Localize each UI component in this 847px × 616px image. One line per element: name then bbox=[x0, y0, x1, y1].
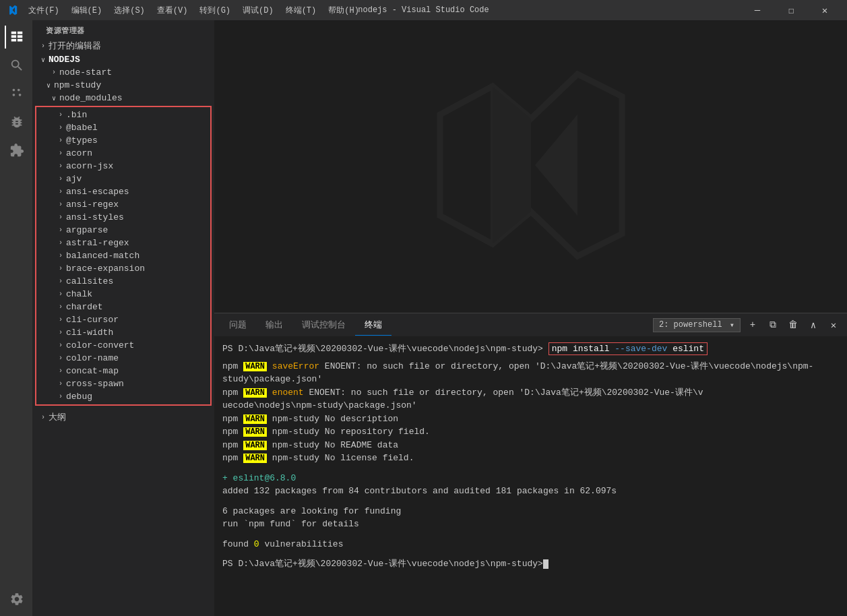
chevron-right-icon: › bbox=[55, 316, 66, 324]
bin-item[interactable]: › .bin bbox=[36, 109, 210, 121]
color-name-item[interactable]: › color-name bbox=[36, 352, 210, 365]
babel-item[interactable]: › @babel bbox=[36, 121, 210, 134]
chevron-right-icon: › bbox=[55, 265, 66, 272]
ajv-item[interactable]: › ajv bbox=[36, 173, 210, 185]
maximize-button[interactable]: ☐ bbox=[776, 0, 807, 20]
ansi-escapes-label: ansi-escapes bbox=[66, 187, 129, 197]
warn-msg-5: npm-study No README data bbox=[267, 440, 398, 450]
tab-terminal[interactable]: 终端 bbox=[355, 315, 391, 336]
terminal-shell-dropdown[interactable]: 2: powershell ▾ bbox=[653, 318, 741, 332]
types-label: @types bbox=[66, 135, 98, 146]
extensions-icon[interactable] bbox=[5, 139, 28, 162]
tab-debug-console[interactable]: 调试控制台 bbox=[292, 315, 355, 336]
tab-problems[interactable]: 问题 bbox=[220, 315, 256, 336]
maximize-panel-button[interactable]: ∧ bbox=[805, 317, 821, 333]
nodejs-section[interactable]: ∨ NODEJS bbox=[32, 53, 214, 66]
added-text: added 132 packages bbox=[222, 486, 322, 496]
funding-text-1: 6 packages are looking for funding bbox=[222, 506, 401, 516]
chevron-right-icon: › bbox=[55, 355, 66, 362]
npm-study-label: npm-study bbox=[54, 80, 101, 90]
titlebar: 文件(F) 编辑(E) 选择(S) 查看(V) 转到(G) 调试(D) 终端(T… bbox=[0, 0, 847, 20]
cli-cursor-item[interactable]: › cli-cursor bbox=[36, 313, 210, 326]
explorer-icon[interactable] bbox=[5, 26, 28, 49]
command-highlight: npm install --save-dev eslint bbox=[548, 342, 708, 355]
close-panel-button[interactable]: ✕ bbox=[825, 317, 842, 333]
warn-msg-3: npm-study No description bbox=[267, 414, 398, 424]
menu-goto[interactable]: 转到(G) bbox=[194, 3, 236, 18]
explorer-title[interactable]: 资源管理器 bbox=[32, 20, 214, 38]
menu-debug[interactable]: 调试(D) bbox=[237, 3, 279, 18]
node-start-item[interactable]: › node-start bbox=[32, 66, 214, 79]
warn-msg-6: npm-study No license field. bbox=[267, 453, 414, 463]
chevron-right-icon: › bbox=[55, 150, 66, 157]
chevron-right-icon: › bbox=[55, 367, 66, 375]
npm-text-3: npm bbox=[222, 414, 243, 424]
balanced-match-item[interactable]: › balanced-match bbox=[36, 249, 210, 262]
ansi-styles-item[interactable]: › ansi-styles bbox=[36, 211, 210, 224]
cross-spawn-item[interactable]: › cross-spawn bbox=[36, 377, 210, 390]
menu-view[interactable]: 查看(V) bbox=[152, 3, 193, 18]
warn-line-2: npm WARN enoent ENOENT: no such file or … bbox=[222, 386, 839, 400]
install-result-line: + eslint@6.8.0 bbox=[222, 472, 839, 485]
npm-study-item[interactable]: ∨ npm-study bbox=[32, 79, 214, 92]
menu-select[interactable]: 选择(S) bbox=[108, 3, 150, 18]
split-terminal-button[interactable]: ⧉ bbox=[765, 317, 781, 333]
open-editors-section[interactable]: › 打开的编辑器 bbox=[32, 38, 214, 53]
activity-bar-bottom bbox=[5, 588, 28, 616]
menu-file[interactable]: 文件(F) bbox=[23, 3, 65, 18]
chevron-right-icon: › bbox=[55, 278, 66, 285]
concat-map-item[interactable]: › concat-map bbox=[36, 365, 210, 377]
chevron-right-icon: › bbox=[38, 414, 49, 421]
eslint-result: + eslint@6.8.0 bbox=[222, 473, 296, 483]
close-button[interactable]: ✕ bbox=[809, 0, 840, 20]
brace-expansion-item[interactable]: › brace-expansion bbox=[36, 262, 210, 275]
warn-msg-2b: uecode\nodejs\npm-study\package.json' bbox=[222, 400, 417, 410]
minimize-button[interactable]: ― bbox=[742, 0, 773, 20]
funding-line-1: 6 packages are looking for funding bbox=[222, 505, 839, 518]
acorn-jsx-item[interactable]: › acorn-jsx bbox=[36, 160, 210, 173]
cursor bbox=[543, 559, 548, 569]
activity-bar bbox=[0, 20, 32, 616]
color-name-label: color-name bbox=[66, 353, 119, 363]
funding-line-2: run `npm fund` for details bbox=[222, 518, 839, 531]
open-editors-label: 打开的编辑器 bbox=[49, 40, 101, 52]
chardet-item[interactable]: › chardet bbox=[36, 301, 210, 313]
npm-text-4: npm bbox=[222, 427, 243, 437]
settings-icon[interactable] bbox=[5, 588, 28, 611]
ansi-escapes-item[interactable]: › ansi-escapes bbox=[36, 185, 210, 198]
window-controls[interactable]: ― ☐ ✕ bbox=[742, 0, 840, 20]
ansi-regex-item[interactable]: › ansi-regex bbox=[36, 198, 210, 211]
final-prompt-text: PS D:\Java笔记+视频\20200302-Vue-课件\vuecode\… bbox=[222, 559, 543, 569]
chevron-right-icon: › bbox=[55, 329, 66, 336]
menu-terminal[interactable]: 终端(T) bbox=[280, 3, 322, 18]
sidebar: 资源管理器 › 打开的编辑器 ∨ NODEJS › node-start ∨ n… bbox=[32, 20, 214, 616]
argparse-item[interactable]: › argparse bbox=[36, 224, 210, 237]
node-modules-label: node_modules bbox=[59, 93, 123, 103]
titlebar-menu[interactable]: 文件(F) 编辑(E) 选择(S) 查看(V) 转到(G) 调试(D) 终端(T… bbox=[23, 3, 365, 18]
menu-edit[interactable]: 编辑(E) bbox=[66, 3, 108, 18]
astral-regex-item[interactable]: › astral-regex bbox=[36, 237, 210, 249]
terminal-controls: 2: powershell ▾ + ⧉ 🗑 ∧ ✕ bbox=[653, 317, 842, 333]
cli-width-item[interactable]: › cli-width bbox=[36, 326, 210, 339]
warn-line-3: npm WARN npm-study No description bbox=[222, 412, 839, 426]
add-terminal-button[interactable]: + bbox=[745, 317, 761, 333]
types-item[interactable]: › @types bbox=[36, 134, 210, 147]
warn-badge-3: WARN bbox=[243, 414, 267, 424]
debug-icon[interactable] bbox=[5, 111, 28, 133]
search-icon[interactable] bbox=[5, 54, 28, 77]
debug-item[interactable]: › debug bbox=[36, 390, 210, 403]
chalk-item[interactable]: › chalk bbox=[36, 288, 210, 301]
delete-terminal-button[interactable]: 🗑 bbox=[785, 317, 801, 333]
npm-text-2: npm bbox=[222, 388, 243, 398]
zero-count: 0 bbox=[254, 539, 259, 549]
warn-key-2: enoent bbox=[267, 388, 304, 398]
source-control-icon[interactable] bbox=[5, 82, 28, 105]
node-modules-item[interactable]: ∨ node_modules bbox=[32, 92, 214, 104]
callsites-item[interactable]: › callsites bbox=[36, 275, 210, 288]
color-convert-item[interactable]: › color-convert bbox=[36, 339, 210, 352]
tab-output[interactable]: 输出 bbox=[256, 315, 292, 336]
acorn-item[interactable]: › acorn bbox=[36, 147, 210, 160]
npm-text-6: npm bbox=[222, 453, 243, 463]
nodejs-label: NODEJS bbox=[49, 55, 80, 65]
outline-item[interactable]: › 大纲 bbox=[32, 410, 214, 425]
